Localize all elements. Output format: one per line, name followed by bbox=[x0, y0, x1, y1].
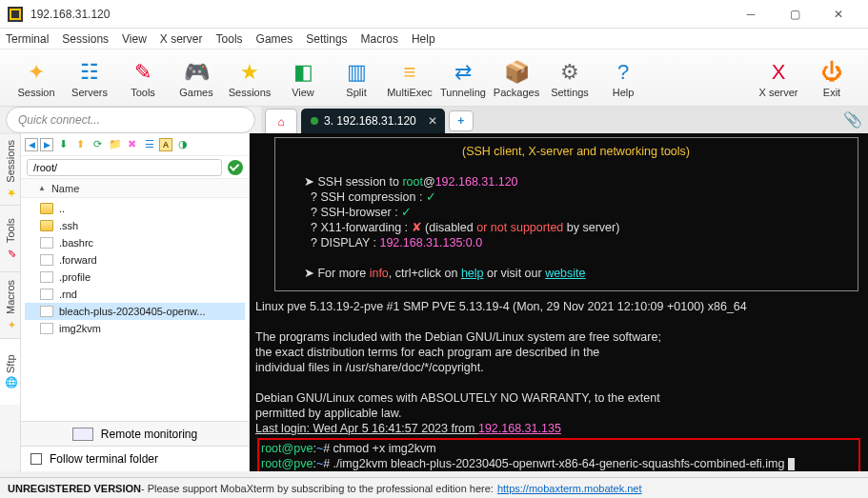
main-toolbar: ✦Session☷Servers✎Tools🎮Games★Sessions◧Vi… bbox=[0, 50, 868, 107]
app-logo-icon bbox=[8, 7, 23, 22]
remote-monitoring-label: Remote monitoring bbox=[101, 428, 197, 441]
menu-view[interactable]: View bbox=[122, 32, 147, 46]
menu-bar: Terminal Sessions View X server Tools Ga… bbox=[0, 29, 868, 50]
sidetab-tools[interactable]: ✎Tools bbox=[0, 205, 20, 271]
toolbar-settings[interactable]: ⚙Settings bbox=[543, 58, 596, 98]
menu-sessions[interactable]: Sessions bbox=[62, 32, 109, 46]
menu-games[interactable]: Games bbox=[256, 32, 293, 46]
toolbar-settings-label: Settings bbox=[543, 87, 596, 98]
toolbar-session-icon: ✦ bbox=[10, 58, 63, 87]
nav-back-button[interactable]: ◀ bbox=[25, 138, 38, 151]
toolbar-view[interactable]: ◧View bbox=[276, 58, 330, 98]
file-row[interactable]: bleach-plus-20230405-openw... bbox=[25, 303, 245, 320]
follow-label: Follow terminal folder bbox=[50, 452, 158, 466]
toolbar-games-label: Games bbox=[170, 87, 223, 98]
menu-help[interactable]: Help bbox=[412, 32, 435, 46]
remote-monitoring-button[interactable]: Remote monitoring bbox=[21, 422, 249, 447]
minimize-button[interactable]: ─ bbox=[729, 0, 773, 29]
toolbar-x-server[interactable]: XX server bbox=[752, 58, 805, 98]
toolbar-help-icon: ? bbox=[596, 58, 650, 87]
sftp-refresh-icon[interactable]: ⟳ bbox=[91, 137, 105, 151]
sidetab-sftp[interactable]: 🌐Sftp bbox=[0, 338, 20, 405]
toolbar-tunneling[interactable]: ⇄Tunneling bbox=[436, 58, 490, 98]
sftp-text-icon[interactable]: A bbox=[159, 138, 172, 151]
menu-terminal[interactable]: Terminal bbox=[6, 32, 49, 46]
file-row[interactable]: .rnd bbox=[25, 286, 245, 303]
paperclip-icon[interactable]: 📎 bbox=[843, 110, 862, 129]
file-row[interactable]: .profile bbox=[25, 269, 245, 286]
sftp-path-input[interactable] bbox=[27, 159, 222, 176]
sftp-file-list[interactable]: ...ssh.bashrc.forward.profile.rndbleach-… bbox=[21, 198, 249, 421]
toolbar-exit-label: Exit bbox=[805, 87, 858, 98]
nav-fwd-button[interactable]: ▶ bbox=[40, 138, 53, 151]
toolbar-sessions-label: Sessions bbox=[223, 87, 276, 98]
toolbar-help-label: Help bbox=[596, 87, 650, 98]
session-tab[interactable]: 3. 192.168.31.120 ✕ bbox=[301, 109, 445, 133]
new-tab-button[interactable]: + bbox=[449, 110, 474, 131]
info-line: ➤ For more info, ctrl+click on help or v… bbox=[304, 266, 848, 281]
toolbar-multiexec[interactable]: ≡MultiExec bbox=[383, 58, 436, 98]
sftp-path-row bbox=[21, 156, 249, 179]
file-icon bbox=[40, 306, 53, 317]
sidetab-macros[interactable]: ✦Macros bbox=[0, 271, 20, 338]
toolbar-tools[interactable]: ✎Tools bbox=[116, 58, 170, 98]
prompt-line-1: root@pve:~# chmod +x img2kvm bbox=[261, 441, 857, 456]
sftp-toolbar: ◀ ▶ ⬇ ⬆ ⟳ 📁 ✖ ☰ A ◑ bbox=[21, 133, 249, 156]
menu-settings[interactable]: Settings bbox=[306, 32, 347, 46]
toolbar-tools-label: Tools bbox=[116, 87, 170, 98]
sftp-delete-icon[interactable]: ✖ bbox=[125, 137, 139, 151]
file-icon bbox=[40, 289, 53, 300]
toolbar-sessions-icon: ★ bbox=[223, 58, 276, 87]
quick-connect-placeholder: Quick connect... bbox=[18, 113, 100, 127]
follow-terminal-row[interactable]: Follow terminal folder bbox=[21, 447, 249, 471]
toolbar-session[interactable]: ✦Session bbox=[10, 58, 63, 98]
toolbar-exit-icon: ⏻ bbox=[805, 58, 858, 87]
file-row[interactable]: .ssh bbox=[25, 217, 245, 234]
file-row[interactable]: img2kvm bbox=[25, 320, 245, 337]
quick-connect-input[interactable]: Quick connect... bbox=[6, 107, 255, 133]
sftp-newfolder-icon[interactable]: 📁 bbox=[108, 137, 122, 151]
tab-strip: ⌂ 3. 192.168.31.120 ✕ + 📎 bbox=[261, 107, 868, 133]
tab-close-icon[interactable]: ✕ bbox=[428, 114, 437, 128]
toolbar-x-server-label: X server bbox=[752, 87, 805, 98]
toolbar-help[interactable]: ?Help bbox=[596, 58, 650, 98]
file-name: .profile bbox=[59, 271, 91, 283]
toolbar-servers-label: Servers bbox=[63, 87, 116, 98]
menu-tools[interactable]: Tools bbox=[216, 32, 243, 46]
toolbar-split-label: Split bbox=[330, 87, 383, 98]
sidetab-sessions[interactable]: ★Sessions bbox=[0, 133, 20, 205]
toolbar-sessions[interactable]: ★Sessions bbox=[223, 58, 276, 98]
term-line: individual files in /usr/share/doc/*/cop… bbox=[255, 360, 862, 375]
sftp-download-icon[interactable]: ⬇ bbox=[56, 137, 71, 151]
sftp-upload-icon[interactable]: ⬆ bbox=[73, 137, 88, 151]
toolbar-tunneling-label: Tunneling bbox=[436, 87, 490, 98]
file-row[interactable]: .bashrc bbox=[25, 234, 245, 251]
terminal-view[interactable]: (SSH client, X-server and networking too… bbox=[250, 133, 868, 471]
display-line: ? DISPLAY : 192.168.31.135:0.0 bbox=[304, 235, 848, 250]
folder-icon bbox=[40, 203, 53, 214]
banner-line: (SSH client, X-server and networking too… bbox=[304, 144, 848, 159]
ssh-compression-line: ? SSH compression : ✓ bbox=[304, 189, 848, 205]
file-row[interactable]: .forward bbox=[25, 251, 245, 269]
toolbar-split[interactable]: ▥Split bbox=[330, 58, 383, 98]
file-icon bbox=[40, 254, 53, 266]
home-tab[interactable]: ⌂ bbox=[265, 109, 297, 133]
toolbar-exit[interactable]: ⏻Exit bbox=[805, 58, 858, 98]
toolbar-servers[interactable]: ☷Servers bbox=[63, 58, 116, 98]
close-button[interactable]: ✕ bbox=[817, 0, 860, 29]
toolbar-split-icon: ▥ bbox=[330, 58, 383, 87]
follow-checkbox[interactable] bbox=[30, 453, 42, 465]
maximize-button[interactable]: ▢ bbox=[773, 0, 817, 29]
toolbar-packages[interactable]: 📦Packages bbox=[490, 58, 543, 98]
menu-xserver[interactable]: X server bbox=[160, 32, 203, 46]
x11-line: ? X11-forwarding : ✘ (disabled or not su… bbox=[304, 220, 848, 235]
sftp-hidden-icon[interactable]: ◑ bbox=[175, 137, 190, 151]
monitor-icon bbox=[72, 428, 93, 441]
sftp-props-icon[interactable]: ☰ bbox=[142, 137, 156, 151]
toolbar-games[interactable]: 🎮Games bbox=[170, 58, 223, 98]
file-name: img2kvm bbox=[59, 323, 101, 334]
status-link[interactable]: https://mobaxterm.mobatek.net bbox=[497, 483, 642, 494]
menu-macros[interactable]: Macros bbox=[361, 32, 398, 46]
file-row[interactable]: .. bbox=[25, 200, 245, 217]
sftp-column-header[interactable]: Name bbox=[21, 179, 249, 198]
